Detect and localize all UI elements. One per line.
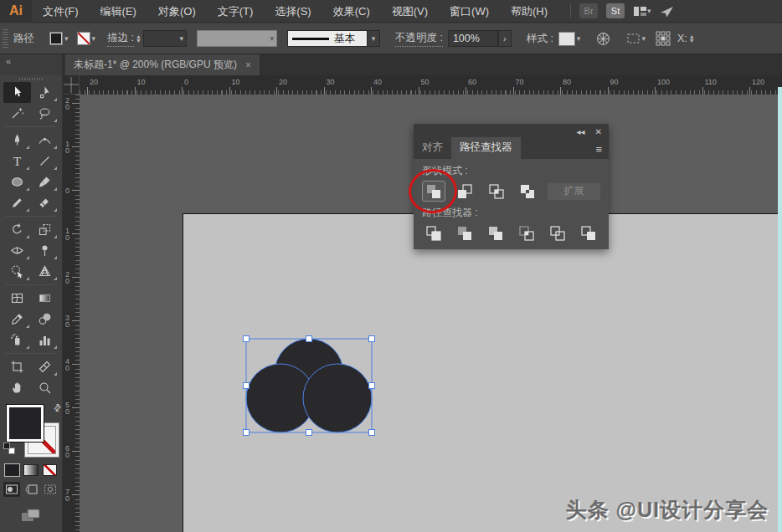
shape-mode-intersect-button[interactable] <box>485 181 508 202</box>
pathfinder-minus-back-button[interactable] <box>578 223 600 243</box>
tool-width[interactable] <box>3 240 31 261</box>
tool-shape-builder[interactable] <box>3 261 31 282</box>
gradient-button[interactable] <box>23 464 38 476</box>
tool-zoom[interactable] <box>31 377 59 398</box>
menu-item-window[interactable]: 窗口(W) <box>439 0 500 23</box>
tool-mesh[interactable] <box>3 288 31 309</box>
tool-direct-selection[interactable] <box>31 82 59 103</box>
tool-selection[interactable] <box>3 82 31 103</box>
x-coordinate-stepper[interactable]: ▲▼ <box>689 34 695 43</box>
tool-artboard[interactable] <box>3 356 31 377</box>
stroke-weight-stepper[interactable]: ▲▼ <box>136 34 141 43</box>
shape-mode-exclude-button[interactable] <box>517 181 540 202</box>
expand-button[interactable]: 扩展 <box>548 183 600 200</box>
tool-slice[interactable] <box>31 356 59 377</box>
default-fill-stroke-icon[interactable] <box>3 442 15 454</box>
menu-item-effect[interactable]: 效果(C) <box>322 0 381 23</box>
ruler-tick <box>371 87 372 95</box>
stroke-weight-select[interactable]: ▾ <box>143 30 187 47</box>
tools-panel-grip[interactable] <box>19 78 43 80</box>
draw-inside-button[interactable] <box>42 482 59 497</box>
cloud-shape-selection[interactable] <box>232 327 381 442</box>
toolbar-collapse-button[interactable]: « <box>0 54 63 75</box>
opacity-input[interactable]: 100% <box>448 30 498 47</box>
pathfinder-divide-button[interactable] <box>422 223 445 243</box>
document-setup-icon[interactable] <box>595 31 611 47</box>
stock-button[interactable]: St <box>606 3 625 18</box>
ruler-tick <box>466 87 466 95</box>
tab-pathfinder[interactable]: 路径查找器 <box>451 137 521 159</box>
tool-line-segment[interactable] <box>31 151 59 171</box>
opacity-label[interactable]: 不透明度 : <box>395 31 443 47</box>
tool-rotate[interactable] <box>3 219 31 240</box>
draw-behind-button[interactable] <box>23 482 39 497</box>
style-swatch[interactable] <box>558 32 575 46</box>
tool-type[interactable]: T <box>3 151 31 171</box>
panel-collapse-icon[interactable]: ◂◂ <box>577 127 585 136</box>
panel-close-icon[interactable]: ✕ <box>595 127 602 136</box>
workspace-switcher-icon[interactable]: ▾ <box>633 5 651 18</box>
document-tab[interactable]: 未标题-1* @ 200% (RGB/GPU 预览) × <box>65 54 260 75</box>
tool-curvature[interactable] <box>31 130 59 151</box>
fill-indicator-swatch[interactable] <box>6 404 44 442</box>
brush-definition-select[interactable]: 基本 <box>287 30 368 47</box>
tab-close-icon[interactable]: × <box>245 59 251 71</box>
tool-ellipse[interactable] <box>3 171 31 192</box>
share-icon[interactable] <box>660 5 674 18</box>
tool-eraser[interactable] <box>31 192 59 213</box>
cloud-shape <box>246 339 372 432</box>
pathfinder-outline-button[interactable] <box>547 223 569 243</box>
toolbar-separator <box>5 353 57 354</box>
ruler-tick <box>182 87 183 95</box>
opacity-next-button[interactable]: › <box>498 30 512 47</box>
tool-magic-wand[interactable] <box>3 103 31 124</box>
menu-item-select[interactable]: 选择(S) <box>264 0 322 23</box>
tool-shaper[interactable] <box>3 192 31 213</box>
tab-align[interactable]: 对齐 <box>414 137 451 159</box>
fill-color-swatch[interactable] <box>49 32 63 45</box>
color-button[interactable] <box>5 464 19 476</box>
chevron-down-icon[interactable]: ▾ <box>577 34 581 43</box>
tool-scale[interactable] <box>31 219 59 240</box>
tool-gradient[interactable] <box>31 288 59 309</box>
swap-fill-stroke-icon[interactable]: ⇄ <box>51 402 64 415</box>
menu-item-help[interactable]: 帮助(H) <box>500 0 558 23</box>
ruler-origin-corner[interactable] <box>63 75 80 95</box>
tool-pen[interactable] <box>3 130 31 151</box>
chevron-down-icon[interactable]: ▾ <box>92 34 96 43</box>
bridge-button[interactable]: Br <box>579 3 598 18</box>
menu-item-type[interactable]: 文字(T) <box>207 0 265 23</box>
draw-normal-button[interactable] <box>3 482 20 497</box>
ruler-label: 6 0 <box>65 445 69 458</box>
tool-blend[interactable] <box>31 309 59 330</box>
menu-item-file[interactable]: 文件(F) <box>32 0 90 23</box>
tool-hand[interactable] <box>3 377 31 398</box>
stroke-color-swatch[interactable] <box>77 32 90 45</box>
watermark-text: 头条 @UI设计分享会 <box>566 496 769 524</box>
ruler-label: 4 0 <box>65 358 69 371</box>
reference-point-grid-icon[interactable] <box>656 31 671 46</box>
none-button[interactable] <box>43 464 57 476</box>
app-logo-icon[interactable]: Ai <box>0 0 32 23</box>
tool-puppet-warp[interactable] <box>31 240 59 261</box>
menu-item-object[interactable]: 对象(O) <box>147 0 207 23</box>
panel-menu-icon[interactable]: ≡ <box>589 143 609 159</box>
pathfinder-trim-button[interactable] <box>453 223 476 243</box>
width-profile-select[interactable]: ▾ <box>197 30 277 47</box>
tool-symbol-sprayer[interactable] <box>3 330 31 350</box>
menu-item-view[interactable]: 视图(V) <box>381 0 439 23</box>
tool-eyedropper[interactable] <box>3 309 31 330</box>
chevron-down-icon[interactable]: ▾ <box>64 34 69 43</box>
tool-paintbrush[interactable] <box>31 171 59 192</box>
brush-definition-chevron[interactable]: ▾ <box>368 30 380 47</box>
tool-column-graph[interactable] <box>31 330 59 350</box>
tool-lasso[interactable] <box>31 103 59 124</box>
screen-mode-icon[interactable] <box>0 507 62 524</box>
panel-grip[interactable] <box>3 29 8 48</box>
select-similar-icon[interactable]: ▾ <box>626 32 646 45</box>
menu-item-edit[interactable]: 编辑(E) <box>90 0 147 23</box>
stroke-weight-label[interactable]: 描边 : <box>107 31 134 47</box>
pathfinder-crop-button[interactable] <box>516 223 538 243</box>
tool-perspective-grid[interactable] <box>31 261 59 282</box>
pathfinder-merge-button[interactable] <box>484 223 507 243</box>
